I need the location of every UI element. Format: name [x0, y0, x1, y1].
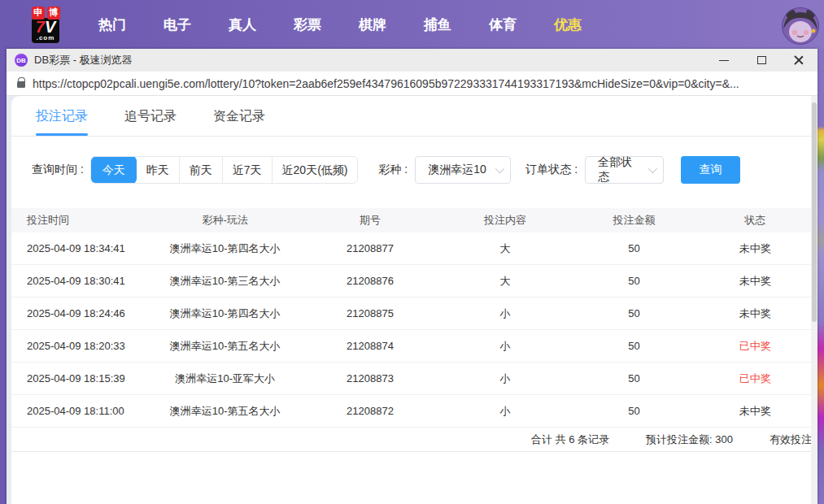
chevron-down-icon [648, 164, 657, 173]
play-type: 澳洲幸运10-第五名大小 [145, 404, 306, 419]
site-menu: 热门 电子 真人 彩票 棋牌 捕鱼 体育 优惠 [80, 15, 600, 34]
order-status-select[interactable]: 全部状态 [585, 156, 664, 184]
issue-number: 21208875 [306, 307, 435, 319]
table-row: 2025-04-09 18:34:41 澳洲幸运10-第四名大小 2120887… [11, 232, 817, 265]
bet-amount: 50 [576, 307, 693, 319]
time-option-day-before[interactable]: 前天 [179, 157, 222, 183]
site-logo[interactable]: 申 博 7V .com [24, 7, 67, 43]
time-option-today[interactable]: 今天 [91, 156, 137, 184]
bet-records-table: 投注时间 彩种-玩法 期号 投注内容 投注金额 状态 2025-04-09 18… [11, 208, 817, 452]
tab-chase-records[interactable]: 追号记录 [124, 108, 177, 136]
status-cell: 已中奖 [692, 371, 817, 386]
logo-seven: 7 [36, 18, 45, 36]
menu-item-lottery[interactable]: 彩票 [275, 15, 340, 34]
minimize-button[interactable] [718, 54, 730, 66]
user-avatar[interactable] [781, 7, 820, 46]
menu-item-hot[interactable]: 热门 [80, 15, 145, 34]
play-type: 澳洲幸运10-第五名大小 [145, 339, 306, 354]
close-icon [794, 55, 804, 65]
menu-item-cards[interactable]: 棋牌 [340, 15, 405, 34]
bet-content: 大 [434, 241, 575, 256]
bet-time: 2025-04-09 18:30:41 [11, 275, 145, 287]
status-filter-label: 订单状态 : [525, 163, 578, 177]
status-cell: 已中奖 [692, 339, 817, 354]
play-type: 澳洲幸运10-第三名大小 [145, 274, 306, 289]
bet-time: 2025-04-09 18:20:33 [11, 340, 145, 352]
chevron-down-icon [495, 164, 504, 173]
filter-bar: 查询时间 : 今天 昨天 前天 近7天 近20天(低频) 彩种 : 澳洲幸运10… [32, 156, 817, 184]
search-button[interactable]: 查询 [681, 156, 740, 184]
table-row: 2025-04-09 18:24:46 澳洲幸运10-第四名大小 2120887… [11, 298, 817, 330]
background-page-sliver [817, 49, 824, 504]
url-text[interactable]: https://ctopcp02pcali.uengi5e.com/lotter… [33, 77, 739, 90]
status-cell: 未中奖 [692, 404, 817, 419]
browser-favicon-icon: DB [15, 54, 28, 67]
menu-item-promo[interactable]: 优惠 [535, 15, 600, 34]
browser-window: DB DB彩票 - 极速浏览器 https://ctopcp02pcali.ue… [7, 49, 817, 504]
bet-content: 小 [434, 371, 575, 386]
menu-item-fishing[interactable]: 捕鱼 [405, 15, 470, 34]
header-bet-amount: 投注金额 [576, 213, 693, 228]
minimize-icon [719, 60, 729, 61]
table-row: 2025-04-09 18:30:41 澳洲幸运10-第三名大小 2120887… [11, 265, 817, 298]
logo-suffix: .com [36, 35, 55, 41]
record-tabs: 投注记录 追号记录 资金记录 [11, 96, 817, 137]
logo-brand: 7V [36, 18, 55, 36]
menu-item-slots[interactable]: 电子 [145, 15, 210, 34]
scrollbar-thumb[interactable] [812, 102, 817, 322]
play-type: 澳洲幸运10-亚军大小 [145, 371, 306, 386]
play-type: 澳洲幸运10-第四名大小 [145, 306, 306, 321]
header-play-type: 彩种-玩法 [145, 213, 306, 228]
time-option-yesterday[interactable]: 昨天 [137, 157, 179, 183]
lottery-filter-label: 彩种 : [378, 163, 408, 177]
bet-amount: 50 [576, 275, 693, 287]
lottery-select-value: 澳洲幸运10 [428, 163, 486, 177]
bet-content: 小 [434, 339, 575, 354]
tab-fund-records[interactable]: 资金记录 [213, 108, 265, 136]
window-controls [718, 54, 804, 66]
address-bar[interactable]: https://ctopcp02pcali.uengi5e.com/lotter… [7, 72, 817, 96]
table-header: 投注时间 彩种-玩法 期号 投注内容 投注金额 状态 [11, 208, 817, 232]
lottery-select[interactable]: 澳洲幸运10 [415, 156, 511, 184]
time-option-20days[interactable]: 近20天(低频) [272, 157, 358, 183]
lock-icon [17, 81, 25, 88]
logo-vee: V [45, 18, 55, 36]
status-cell: 未中奖 [692, 306, 817, 321]
bet-content: 小 [434, 404, 575, 419]
menu-item-sports[interactable]: 体育 [470, 15, 535, 34]
page-content: 投注记录 追号记录 资金记录 查询时间 : 今天 昨天 前天 近7天 近20天(… [7, 96, 817, 504]
order-status-value: 全部状态 [598, 155, 642, 185]
bet-time: 2025-04-09 18:34:41 [11, 242, 145, 254]
bet-time: 2025-04-09 18:24:46 [11, 307, 145, 319]
bet-amount: 50 [576, 340, 693, 352]
logo-badge-bo: 博 [47, 7, 60, 20]
header-bet-content: 投注内容 [434, 213, 575, 228]
header-bet-time: 投注时间 [11, 213, 145, 228]
close-button[interactable] [793, 54, 804, 66]
header-status: 状态 [692, 213, 817, 228]
table-row: 2025-04-09 18:11:00 澳洲幸运10-第五名大小 2120887… [11, 395, 817, 428]
bet-amount: 50 [576, 372, 693, 385]
logo-box: 7V .com [32, 18, 59, 43]
bet-time: 2025-04-09 18:11:00 [11, 405, 145, 417]
table-row: 2025-04-09 18:20:33 澳洲幸运10-第五名大小 2120887… [11, 330, 817, 363]
bet-time: 2025-04-09 18:15:39 [11, 372, 145, 385]
time-range-group: 今天 昨天 前天 近7天 近20天(低频) [90, 156, 359, 184]
time-option-7days[interactable]: 近7天 [222, 157, 272, 183]
bet-content: 小 [434, 306, 575, 321]
issue-number: 21208876 [306, 275, 435, 287]
maximize-button[interactable] [756, 54, 767, 66]
browser-titlebar[interactable]: DB DB彩票 - 极速浏览器 [7, 49, 817, 72]
site-topbar: 申 博 7V .com 热门 电子 真人 彩票 棋牌 捕鱼 体育 优惠 [0, 0, 824, 49]
tab-bet-records[interactable]: 投注记录 [36, 108, 88, 136]
bet-amount: 50 [576, 242, 693, 254]
bet-amount: 50 [576, 405, 693, 417]
summary-expected-amount: 预计投注金额: 300 [646, 432, 733, 447]
logo-badges: 申 博 [32, 7, 60, 20]
page-scrollbar[interactable] [811, 96, 817, 504]
issue-number: 21208873 [306, 372, 435, 385]
window-title: DB彩票 - 极速浏览器 [34, 53, 718, 67]
menu-item-live[interactable]: 真人 [210, 15, 275, 34]
issue-number: 21208872 [306, 405, 435, 417]
issue-number: 21208877 [306, 242, 435, 254]
